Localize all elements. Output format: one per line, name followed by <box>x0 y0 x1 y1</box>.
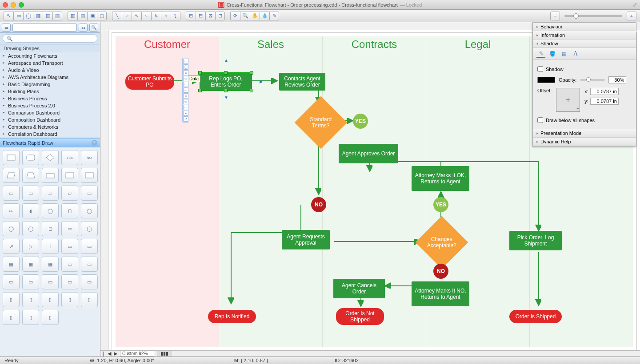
lane-contracts[interactable]: Contracts <box>323 36 426 347</box>
shadow-tab-text[interactable]: A <box>571 50 580 58</box>
shape-g4[interactable]: ▱ <box>61 186 78 201</box>
offset-y-input[interactable] <box>590 98 619 105</box>
arc-tool[interactable]: ⟋ <box>122 12 132 20</box>
node-customer-submit[interactable]: Customer Submits PO <box>125 74 174 90</box>
zoom-out-button[interactable]: − <box>550 12 560 20</box>
zoom-level-combo[interactable]: Custom 92% <box>120 351 154 356</box>
shadow-tab-line[interactable]: ✎ <box>536 50 545 58</box>
shape-g27[interactable]: ▭ <box>22 274 39 289</box>
shape-g24[interactable]: ▭ <box>61 257 78 272</box>
fly-shape[interactable]: ▭ <box>183 105 188 110</box>
maximize-icon[interactable]: ⤢ <box>632 1 637 8</box>
shape-g37[interactable]: ▯ <box>22 310 39 325</box>
node-shipped[interactable]: Order Is Shipped <box>509 310 562 323</box>
swimlane-v-tool[interactable]: ▤ <box>77 12 87 20</box>
tree-item[interactable]: Business Process 2,0 <box>0 102 100 109</box>
rotate-tool[interactable]: ⟳ <box>230 12 240 20</box>
offset-joystick[interactable]: ++ <box>556 88 580 112</box>
close-window-button[interactable] <box>3 2 8 8</box>
node-agent-requests[interactable]: Agent Requests Approval <box>282 230 330 249</box>
tree-item[interactable]: Comparison Dashboard <box>0 109 100 116</box>
shape-g12[interactable]: ◯ <box>22 221 39 236</box>
shape-g35[interactable]: ▯ <box>81 292 98 307</box>
node-rep-logs-selected[interactable]: Rep Logs PO, Enters Order <box>200 73 252 91</box>
shape-g28[interactable]: ▭ <box>42 274 59 289</box>
shape-picker-flyout[interactable]: ▭◯ ▱▭ ▭▭ ◇▭ ▭↳ ↗ <box>182 58 188 123</box>
shape-g15[interactable]: ◯ <box>81 221 98 236</box>
opacity-slider[interactable] <box>580 79 605 81</box>
fly-shape[interactable]: ▭ <box>183 99 188 104</box>
shape-g8[interactable]: ◯ <box>42 203 59 218</box>
shape-g38[interactable]: ▯ <box>42 310 59 325</box>
shape-display[interactable] <box>61 168 78 183</box>
rapid-draw-header[interactable]: Flowcharts Rapid Draw × <box>0 138 100 147</box>
section-shadow[interactable]: ▾Shadow <box>533 40 636 48</box>
node-no2[interactable]: NO <box>433 264 448 279</box>
offset-x-input[interactable] <box>590 88 619 95</box>
polyline-tool[interactable]: ⟍ <box>141 12 151 20</box>
fly-shape[interactable]: ↗ <box>183 116 188 122</box>
node-no1[interactable]: NO <box>311 197 326 212</box>
fly-shape[interactable]: ▭ <box>183 59 188 64</box>
pointer-tool[interactable]: ↖ <box>4 12 13 20</box>
tree-item[interactable]: Accounting Flowcharts <box>0 52 100 59</box>
sheet-tabs[interactable]: ▮▮▮ <box>157 351 172 356</box>
shape-g14[interactable]: ⇨ <box>61 221 78 236</box>
shadow-tab-fill[interactable]: 🪣 <box>548 50 557 58</box>
shape-g23[interactable]: ▦ <box>42 257 59 272</box>
ellipse-tool[interactable]: ◯ <box>23 12 33 20</box>
node-contacts-agent[interactable]: Contacts Agent Reviews Order <box>279 73 325 91</box>
fly-shape[interactable]: ▭ <box>183 82 188 87</box>
shape-rounded[interactable] <box>22 150 39 165</box>
container-tool[interactable]: ▣ <box>87 12 97 20</box>
connector2-tool[interactable]: ⤷ <box>161 12 171 20</box>
shadow-tab-shadow[interactable]: ▦ <box>560 50 568 58</box>
rectangle-tool[interactable]: ▭ <box>13 12 23 20</box>
library-search-input[interactable] <box>3 34 97 43</box>
shape-no[interactable]: NO <box>81 150 98 165</box>
eyedrop-tool[interactable]: 💧 <box>260 12 269 20</box>
section-dynamic-help[interactable]: ▸Dynamic Help <box>533 138 636 146</box>
pencil-tool[interactable]: ✎ <box>269 12 279 20</box>
fly-shape[interactable]: ▭ <box>183 76 188 81</box>
shape-doc[interactable] <box>81 168 98 183</box>
tree-item[interactable]: Building Plans <box>0 88 100 95</box>
shape-g18[interactable]: ⟘ <box>42 239 59 254</box>
shape-trapezoid[interactable] <box>22 168 39 183</box>
shape-g11[interactable]: ◯ <box>3 221 20 236</box>
shape-g19[interactable]: ▭ <box>61 239 78 254</box>
align4-tool[interactable]: ⊡ <box>215 12 225 20</box>
node-rep-notified[interactable]: Rep Is Notified <box>208 310 256 323</box>
shape-g5[interactable]: ▭ <box>81 186 98 201</box>
row-tool[interactable]: ▤ <box>52 12 62 20</box>
tree-item[interactable]: Basic Diagramming <box>0 81 100 88</box>
container2-tool[interactable]: ▢ <box>97 12 107 20</box>
tree-item[interactable]: Computers & Networks <box>0 123 100 131</box>
draw-below-checkbox[interactable]: Draw below all shapes <box>537 117 632 123</box>
shape-g34[interactable]: ▯ <box>61 292 78 307</box>
library-tree[interactable]: Drawing Shapes Accounting Flowcharts Aer… <box>0 44 100 138</box>
section-behaviour[interactable]: ▸Behaviour <box>533 23 636 31</box>
sheet-next-icon[interactable]: ▶ <box>114 351 117 356</box>
shape-rect[interactable] <box>3 150 20 165</box>
shadow-checkbox[interactable]: Shadow <box>537 66 632 72</box>
node-attorney-ok[interactable]: Attorney Marks It OK, Returns to Agent <box>412 166 469 191</box>
shape-g7[interactable]: ◖ <box>22 203 39 218</box>
shape-card[interactable] <box>42 168 59 183</box>
node-pick-order[interactable]: Pick Order, Log Shipment <box>509 231 562 250</box>
canvas[interactable]: Customer Sales Contracts Legal Warehouse <box>100 22 640 356</box>
align2-tool[interactable]: ⊟ <box>196 12 205 20</box>
zoom-slider[interactable] <box>564 15 622 17</box>
node-attorney-no[interactable]: Attorney Marks It NO, Returns to Agent <box>412 281 469 306</box>
sheet-nav-icon[interactable]: ‖ <box>102 351 105 356</box>
zoom-tool[interactable]: 🔍 <box>240 12 250 20</box>
line-tool[interactable]: ╲ <box>112 12 122 20</box>
node-yes1[interactable]: YES <box>353 114 368 129</box>
shape-g22[interactable]: ▦ <box>22 257 39 272</box>
fly-shape[interactable]: ◯ <box>183 64 188 70</box>
tree-item[interactable]: Composition Dashboard <box>0 116 100 123</box>
zoom-window-button[interactable] <box>19 2 24 8</box>
shape-g6[interactable]: ⬰ <box>3 203 20 218</box>
shape-g33[interactable]: ▯ <box>42 292 59 307</box>
tree-item[interactable]: Audio & Video <box>0 67 100 74</box>
